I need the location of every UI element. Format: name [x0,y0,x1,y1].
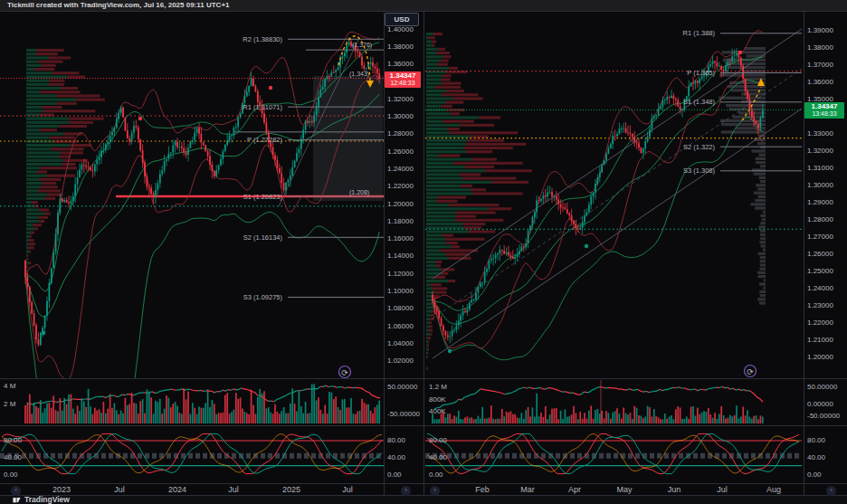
line-price-label: (1.376) [352,42,372,49]
price-tick: 1.38000 [387,43,414,51]
volume-tick: 4 M [4,382,16,390]
osc-tick: 80.00 [4,436,23,444]
tradingview-brand-text[interactable]: TradingView [24,496,70,504]
chart-gbpusd-weekly: R2 (1.38830)R1 (1.31071)P (1.27282)S1 (1… [0,11,424,496]
price-tick: 1.22000 [387,182,414,190]
volume-pane[interactable]: 4 M2 M50.00000-50.00000 [0,379,421,425]
pivot-label: R2 (1.38830) [243,35,282,43]
price-tick: 1.36000 [807,78,833,86]
line-price-label: (1.343) [349,71,369,78]
osc-tick: 40.00 [429,453,448,461]
footer-bar: TradingView [0,496,847,504]
price-pane[interactable] [0,11,384,378]
pivot-label: S2 (1.16134) [243,233,283,242]
price-tick: 1.27000 [807,233,833,241]
time-tick: Jul [717,485,728,494]
oscillator-pane[interactable]: 80.0080.0040.0040.000.000.00 [0,426,406,483]
volume-tick: 2 M [4,400,16,408]
volume-right-tick: 50.00000 [807,383,838,391]
pivot-label: R1 (1.388) [683,29,716,37]
last-price-label-left: 1.34347 12:48:33 [385,71,421,88]
price-tick: 1.26000 [387,147,414,156]
charts-canvas[interactable]: R2 (1.38830)R1 (1.31071)P (1.27282)S1 (1… [0,0,847,504]
bar-countdown: 12:48:33 [385,80,421,87]
scroll-right-button[interactable]: › [826,486,836,496]
price-tick: 1.36000 [387,60,414,68]
price-tick: 1.28000 [387,129,414,138]
osc-right-tick: 0.00 [387,471,402,479]
scroll-left-button[interactable]: ‹ [430,486,440,496]
time-tick: 2024 [168,485,186,494]
price-tick: 1.18000 [387,217,414,225]
last-price-value: 1.34347 [804,103,844,110]
osc-tick: 0.00 [429,471,443,479]
osc-right-tick: 0.00 [807,471,822,479]
tradingview-app: Tickmill created with TradingView.com, J… [0,0,847,504]
price-tick: 1.02000 [387,357,414,365]
price-tick: 1.23000 [807,301,833,309]
time-tick: Jul [114,485,125,494]
chart-gbpusd-daily: R1 (1.388)P (1.365)S1 (1.348)S2 (1.322)S… [425,11,847,496]
price-tick: 1.31000 [807,164,833,172]
time-tick: Jul [342,485,353,494]
time-tick: Feb [475,485,490,494]
pivot-label: S3 (1.308) [683,166,716,175]
pivot-label: S2 (1.322) [683,143,716,151]
osc-tick: 40.00 [4,453,23,461]
price-tick: 1.06000 [387,322,414,330]
signal-dot [738,51,742,54]
price-tick: 1.10000 [387,287,414,295]
price-tick: 1.37000 [807,61,833,69]
time-tick: Aug [766,485,781,494]
price-axis[interactable]: 1.390001.380001.370001.360001.350001.340… [804,11,847,496]
price-tick: 1.20000 [387,200,414,208]
tradingview-logo-icon[interactable] [13,496,21,504]
price-tick: 1.12000 [387,270,414,278]
price-tick: 1.25000 [807,267,833,275]
svg-text:⟳: ⟳ [747,367,754,376]
volume-tick: 1.2 M [429,383,447,391]
time-axis[interactable]: FebMarAprMayJunJulAug [425,484,802,496]
scroll-left-button[interactable]: ‹ [11,486,21,496]
osc-right-tick: 40.00 [807,453,826,461]
osc-right-tick: 80.00 [807,436,826,444]
price-tick: 1.38000 [807,43,833,52]
pivot-label: P (1.365) [687,69,715,77]
volume-right-tick: -50.00000 [387,410,421,418]
price-tick: 1.32000 [387,95,414,103]
volume-right-tick: 0.00000 [807,400,833,408]
price-tick: 1.28000 [807,215,833,223]
signal-dot [448,349,452,353]
price-tick: 1.32000 [807,147,833,155]
osc-tick: 0.00 [4,471,18,479]
osc-right-tick: 80.00 [387,436,406,444]
time-tick: Jun [668,485,681,494]
header-title: Tickmill created with TradingView.com, J… [0,0,847,11]
signal-dot [585,244,588,248]
osc-tick: 80.00 [429,436,448,444]
volume-tick: 800K [429,395,446,404]
price-pane[interactable] [425,11,802,378]
time-tick: Jul [228,485,239,494]
price-tick: 1.30000 [807,181,833,189]
price-tick: 1.24000 [807,284,833,292]
osc-right-tick: 40.00 [387,453,406,461]
time-tick: Mar [520,485,535,494]
time-tick: May [616,485,633,494]
last-price-label-right: 1.34347 13:48:33 [804,102,844,119]
volume-tick: 400K [429,407,446,415]
volume-pane[interactable]: 1.2 M800K400K50.000000.00000-50.00000 [425,379,841,425]
currency-unit-button[interactable]: USD [385,13,419,26]
volume-right-tick: 50.00000 [387,383,418,391]
price-tick: 1.08000 [387,304,414,312]
bar-countdown: 13:48:33 [804,110,844,118]
price-tick: 1.33000 [807,129,833,138]
oscillator-pane[interactable]: 80.0080.0040.0040.000.000.00 [425,426,826,483]
signal-dot [269,86,272,90]
price-tick: 1.24000 [387,165,414,173]
scroll-right-button[interactable]: › [401,486,411,496]
time-tick: Apr [568,485,581,494]
line-price-label: (1.208) [349,189,369,196]
pivot-label: R1 (1.31071) [243,103,282,111]
volume-right-tick: -50.00000 [807,412,841,420]
